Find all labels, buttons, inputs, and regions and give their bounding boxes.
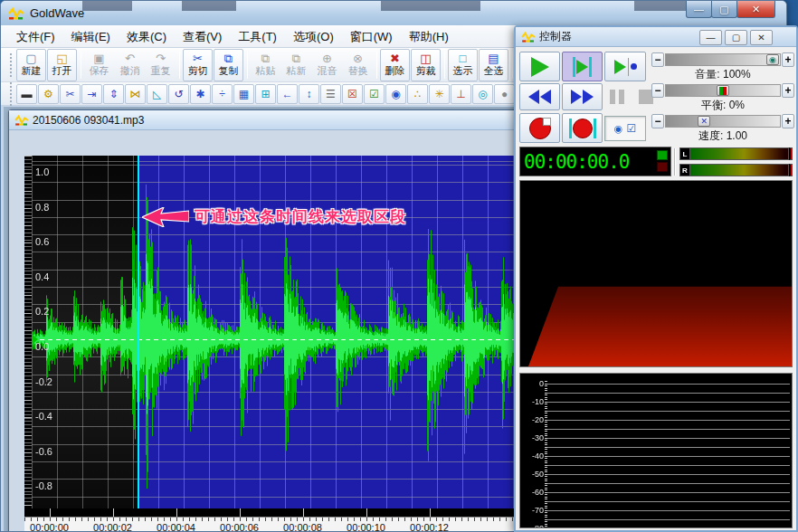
record-button[interactable] xyxy=(519,113,560,143)
speed-plus-button[interactable]: + xyxy=(782,114,794,128)
amplitude-ruler xyxy=(24,156,32,508)
db-gridline xyxy=(547,492,790,493)
pause-button[interactable] xyxy=(604,83,630,110)
effect-button-check[interactable]: ☑ xyxy=(364,84,385,104)
speed-track[interactable]: ✕ xyxy=(665,115,781,128)
effect-button-shape[interactable]: ⋈ xyxy=(125,84,146,104)
effect-button-divide[interactable]: ÷ xyxy=(212,84,233,104)
time-label: 00:00:04 xyxy=(157,522,195,531)
copy-icon: ⧉ xyxy=(224,52,233,65)
menu-item-5[interactable]: 选项(O) xyxy=(285,26,342,48)
menu-item-6[interactable]: 窗口(W) xyxy=(342,26,401,48)
play-button[interactable] xyxy=(519,52,560,81)
effect-button-reverse[interactable]: ↺ xyxy=(168,84,189,104)
effect-button-spark[interactable]: ✳ xyxy=(429,84,450,104)
controller-titlebar[interactable]: 控制器 — ▢ ✕ xyxy=(516,27,796,47)
db-gridline xyxy=(547,438,790,439)
toolbar-button-new[interactable]: ▢新建 xyxy=(16,49,46,81)
effect-button-effect-chain[interactable]: ⚙ xyxy=(38,84,59,104)
effect-button-device-bar[interactable]: ▬ xyxy=(16,84,37,104)
toolbar-button-show-selection[interactable]: □选示 xyxy=(448,49,478,81)
effect-button-hammer[interactable]: ⊥ xyxy=(451,84,471,104)
record-selection-button[interactable] xyxy=(562,113,603,143)
toolbar-button-select-all[interactable]: ▤全选 xyxy=(479,49,508,81)
balance-minus-button[interactable]: − xyxy=(651,83,664,98)
record-notch-icon xyxy=(543,118,551,126)
balance-knob[interactable] xyxy=(717,85,729,96)
effect-button-knob-gray[interactable]: ● xyxy=(494,84,515,104)
effect-button-prev[interactable]: ← xyxy=(277,84,298,104)
effect-button-uncheck[interactable]: ☒ xyxy=(342,84,363,104)
volume-slider: − ◉ + xyxy=(651,52,794,67)
toolbar-button-delete[interactable]: ✖删除 xyxy=(380,49,410,81)
effect-button-eye[interactable]: ◉ xyxy=(385,84,406,104)
toolbar-button-label: 重复 xyxy=(151,65,171,77)
menu-item-2[interactable]: 效果(C) xyxy=(119,26,175,48)
knob-gray-icon: ● xyxy=(501,89,508,100)
effect-button-expression[interactable]: ✂ xyxy=(60,84,81,104)
time-label: 00:00:08 xyxy=(283,522,322,531)
effect-button-flower[interactable]: ✱ xyxy=(190,84,211,104)
effect-button-faders[interactable]: ☰ xyxy=(320,84,341,104)
volume-plus-button[interactable]: + xyxy=(782,52,794,67)
monitor-radio-icon[interactable]: ◉ xyxy=(614,123,623,135)
menu-item-0[interactable]: 文件(F) xyxy=(8,26,63,48)
wave-file-title: 20150606 093041.mp3 xyxy=(33,114,144,127)
time-major-tick xyxy=(113,508,114,517)
menu-item-3[interactable]: 查看(V) xyxy=(175,26,230,48)
volume-knob[interactable]: ◉ xyxy=(766,54,779,65)
menu-item-1[interactable]: 编辑(E) xyxy=(63,26,119,48)
effect-button-knob-blue[interactable]: ◎ xyxy=(472,84,493,104)
volume-track[interactable]: ◉ xyxy=(665,53,781,66)
minimize-button[interactable]: — xyxy=(686,1,712,18)
main-titlebar[interactable]: GoldWave — ▢ ✕ xyxy=(1,1,786,25)
db-gridline xyxy=(547,474,790,475)
play-selection-button[interactable] xyxy=(562,52,603,81)
rewind-icon xyxy=(540,90,551,104)
cut-icon: ✂ xyxy=(193,52,203,65)
toolbar-button-copy[interactable]: ⧉复制 xyxy=(214,49,243,81)
menu-item-7[interactable]: 帮助(H) xyxy=(401,26,457,48)
effect-button-view-triangle[interactable]: ◺ xyxy=(147,84,167,104)
speed-knob[interactable]: ✕ xyxy=(698,116,710,127)
spark-icon: ✳ xyxy=(434,89,443,100)
play-all-button[interactable] xyxy=(604,52,646,81)
volume-minus-button[interactable]: − xyxy=(651,52,664,67)
meter-row-r: R xyxy=(679,164,793,176)
toolbar-separator xyxy=(376,52,377,79)
toolbar-button-redo: ↷重复 xyxy=(146,49,176,81)
restore-button[interactable]: ▢ xyxy=(711,1,737,18)
toolbar-button-trim[interactable]: ◫剪裁 xyxy=(411,49,441,81)
balance-plus-button[interactable]: + xyxy=(782,83,794,98)
effect-button-goto-end[interactable]: ⇥ xyxy=(81,84,102,104)
effect-button-dots[interactable]: ∴ xyxy=(407,84,428,104)
controller-minimize-button[interactable]: — xyxy=(699,30,722,45)
visualization-panel[interactable] xyxy=(519,180,793,367)
speed-minus-button[interactable]: − xyxy=(651,114,664,128)
desktop-showthrough xyxy=(634,1,689,11)
effect-button-expand[interactable]: ⇕ xyxy=(103,84,124,104)
monitor-checkbox[interactable]: ☑ xyxy=(626,122,636,135)
status-indicator-red xyxy=(657,162,668,172)
toolbar-button-cut[interactable]: ✂剪切 xyxy=(183,49,213,81)
balance-track[interactable] xyxy=(665,84,781,97)
time-cursor-line[interactable] xyxy=(138,156,139,508)
db-gridline xyxy=(547,411,790,412)
selection-bar-icon xyxy=(594,119,596,138)
gauge-icon: ◉ xyxy=(769,56,776,64)
fast-forward-button[interactable] xyxy=(562,83,603,110)
effect-button-fit-window[interactable]: ⊞ xyxy=(255,84,276,104)
db-label: -70 xyxy=(520,506,544,515)
close-button[interactable]: ✕ xyxy=(736,1,775,18)
toolbar-button-open[interactable]: ◱打开 xyxy=(47,49,77,81)
device-bar-icon: ▬ xyxy=(22,89,33,100)
spectrum-analyzer[interactable]: 0-10-20-30-40-50-60-70-80 xyxy=(519,373,793,528)
controller-restore-button[interactable]: ▢ xyxy=(725,30,747,45)
amplitude-label: 0.6 xyxy=(35,236,49,247)
effect-button-grid[interactable]: ▦ xyxy=(233,84,254,104)
effect-button-updown[interactable]: ↕ xyxy=(299,84,319,104)
rewind-button[interactable] xyxy=(519,83,560,110)
menu-item-4[interactable]: 工具(T) xyxy=(230,26,285,48)
controller-close-button[interactable]: ✕ xyxy=(750,30,773,45)
fit-window-icon: ⊞ xyxy=(261,89,270,100)
